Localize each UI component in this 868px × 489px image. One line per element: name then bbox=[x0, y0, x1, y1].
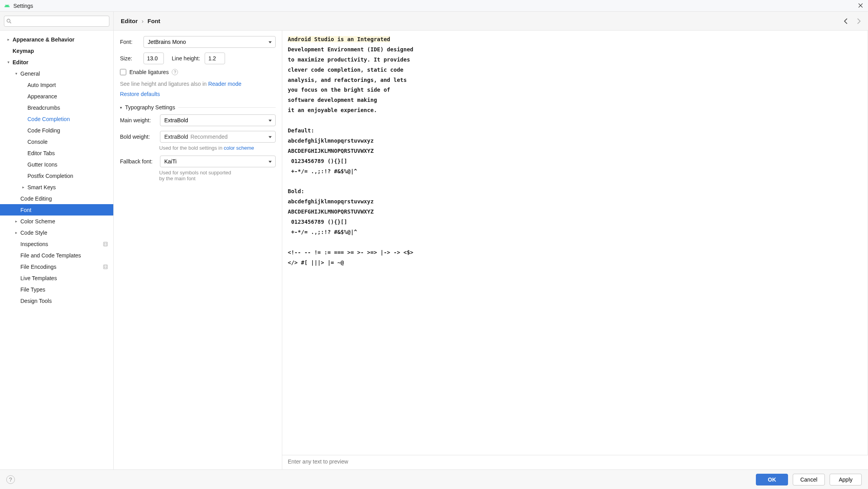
tree-row[interactable]: Live Templates bbox=[0, 272, 113, 284]
tree-label: Code Completion bbox=[27, 116, 70, 122]
tree-row[interactable]: Appearance bbox=[0, 91, 113, 102]
size-input[interactable] bbox=[143, 53, 164, 64]
help-icon[interactable]: ? bbox=[172, 69, 178, 75]
forward-button[interactable] bbox=[855, 17, 863, 25]
apply-button[interactable]: Apply bbox=[830, 474, 862, 485]
tree-row[interactable]: Design Tools bbox=[0, 295, 113, 306]
svg-rect-4 bbox=[106, 243, 107, 244]
font-form: Font: JetBrains Mono Size: Line height: … bbox=[114, 31, 282, 469]
svg-rect-10 bbox=[104, 267, 105, 268]
svg-rect-8 bbox=[104, 266, 105, 266]
svg-rect-9 bbox=[106, 266, 107, 266]
tree-row[interactable]: Inspections bbox=[0, 238, 113, 250]
svg-rect-6 bbox=[106, 244, 107, 245]
cancel-button[interactable]: Cancel bbox=[793, 474, 825, 485]
tree-row[interactable]: Editor Tabs bbox=[0, 147, 113, 159]
tree-row[interactable]: Breadcrumbs bbox=[0, 102, 113, 113]
svg-rect-5 bbox=[104, 244, 105, 245]
tree-label: Console bbox=[27, 139, 47, 145]
back-button[interactable] bbox=[842, 17, 850, 25]
body: ▸Appearance & BehaviorKeymap▾Editor▾Gene… bbox=[0, 31, 868, 469]
tree-label: Postfix Completion bbox=[27, 173, 73, 179]
tree-row[interactable]: Code Editing bbox=[0, 193, 113, 204]
tree-row[interactable]: ▸Color Scheme bbox=[0, 216, 113, 227]
size-label: Size: bbox=[120, 55, 139, 62]
android-icon bbox=[4, 3, 10, 9]
title-bar: Settings bbox=[0, 0, 868, 12]
bold-weight-select[interactable]: ExtraBold Recommended bbox=[160, 131, 276, 143]
tree-label: File Types bbox=[20, 286, 45, 293]
tree-label: Code Editing bbox=[20, 196, 52, 202]
tree-label: Code Style bbox=[20, 230, 47, 236]
scope-icon bbox=[103, 264, 108, 269]
fallback-font-label: Fallback font: bbox=[120, 158, 155, 165]
tree-row[interactable]: Code Folding bbox=[0, 125, 113, 136]
chevron-right-icon: ▸ bbox=[13, 219, 19, 223]
chevron-down-icon: ▾ bbox=[120, 105, 122, 110]
tree-row[interactable]: File Encodings bbox=[0, 261, 113, 272]
tree-row[interactable]: Postfix Completion bbox=[0, 170, 113, 181]
window-title: Settings bbox=[13, 3, 33, 9]
reader-mode-link[interactable]: Reader mode bbox=[208, 81, 242, 87]
tree-label: File Encodings bbox=[20, 264, 56, 270]
tree-row[interactable]: ▸Appearance & Behavior bbox=[0, 34, 113, 45]
typography-section-header[interactable]: ▾ Typography Settings bbox=[120, 104, 276, 110]
ligatures-checkbox[interactable] bbox=[120, 69, 126, 75]
scope-icon bbox=[103, 242, 108, 246]
tree-row[interactable]: ▾Editor bbox=[0, 56, 113, 68]
breadcrumb: Editor › Font bbox=[114, 18, 160, 24]
tree-label: File and Code Templates bbox=[20, 252, 81, 259]
svg-rect-7 bbox=[104, 265, 107, 269]
font-select[interactable]: JetBrains Mono bbox=[143, 36, 276, 48]
tree-row[interactable]: ▸Code Style bbox=[0, 227, 113, 238]
tree-row[interactable]: Keymap bbox=[0, 45, 113, 56]
lineheight-input[interactable] bbox=[205, 53, 225, 64]
tree-row[interactable]: ▸Smart Keys bbox=[0, 181, 113, 193]
tree-row[interactable]: File Types bbox=[0, 284, 113, 295]
tree-label: Live Templates bbox=[20, 275, 57, 281]
tree-label: Editor bbox=[13, 59, 28, 65]
fallback-helper: Used for symbols not supported by the ma… bbox=[159, 170, 276, 181]
tree-row[interactable]: Auto Import bbox=[0, 79, 113, 91]
tree-row[interactable]: Font bbox=[0, 204, 113, 216]
chevron-right-icon: ▸ bbox=[5, 37, 11, 42]
restore-defaults-link[interactable]: Restore defaults bbox=[120, 91, 160, 97]
nav-buttons bbox=[842, 17, 868, 25]
search-input[interactable] bbox=[4, 16, 109, 27]
tree-row[interactable]: ▾General bbox=[0, 68, 113, 79]
bold-weight-label: Bold weight: bbox=[120, 134, 155, 140]
settings-tree[interactable]: ▸Appearance & BehaviorKeymap▾Editor▾Gene… bbox=[0, 31, 114, 469]
tree-label: Appearance & Behavior bbox=[13, 36, 74, 43]
main-weight-select[interactable]: ExtraBold bbox=[160, 114, 276, 126]
breadcrumb-root: Editor bbox=[121, 18, 138, 24]
tree-row[interactable]: Console bbox=[0, 136, 113, 147]
preview-input[interactable] bbox=[288, 458, 863, 465]
typography-title: Typography Settings bbox=[125, 104, 175, 110]
close-button[interactable] bbox=[858, 3, 864, 9]
tree-label: Appearance bbox=[27, 93, 57, 100]
svg-rect-3 bbox=[104, 243, 105, 244]
tree-label: General bbox=[20, 71, 40, 77]
fallback-font-select[interactable]: KaiTi bbox=[160, 156, 276, 167]
lineheight-label: Line height: bbox=[172, 55, 200, 62]
svg-line-1 bbox=[10, 22, 11, 23]
help-button[interactable]: ? bbox=[6, 475, 15, 484]
preview-area[interactable]: Android Studio is an Integrated Developm… bbox=[282, 31, 868, 455]
ok-button[interactable]: OK bbox=[756, 474, 788, 485]
search-icon bbox=[6, 18, 12, 24]
tree-row[interactable]: Gutter Icons bbox=[0, 159, 113, 170]
chevron-down-icon: ▾ bbox=[13, 71, 19, 76]
tree-row[interactable]: Code Completion bbox=[0, 113, 113, 125]
bold-weight-helper: Used for the bold settings in color sche… bbox=[159, 145, 276, 151]
preview-text: Android Studio is an Integrated Developm… bbox=[282, 31, 868, 272]
font-label: Font: bbox=[120, 39, 139, 45]
footer: ? OK Cancel Apply bbox=[0, 469, 868, 489]
color-scheme-link[interactable]: color scheme bbox=[224, 145, 254, 151]
settings-window: Settings Editor › Font bbox=[0, 0, 868, 489]
top-strip: Editor › Font bbox=[0, 12, 868, 31]
tree-label: Inspections bbox=[20, 241, 48, 247]
main-weight-label: Main weight: bbox=[120, 117, 155, 123]
tree-row[interactable]: File and Code Templates bbox=[0, 250, 113, 261]
svg-rect-11 bbox=[106, 267, 107, 268]
tree-label: Keymap bbox=[13, 48, 34, 54]
